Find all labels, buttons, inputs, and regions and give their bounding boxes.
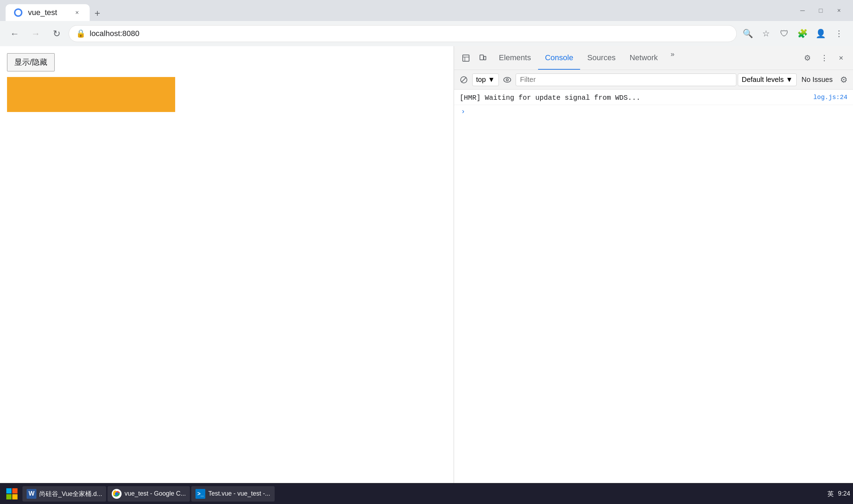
devtools-settings-button[interactable]: ⚙ bbox=[800, 50, 815, 66]
page-content: 显示/隐藏 bbox=[0, 46, 454, 504]
no-issues-badge: No Issues bbox=[798, 76, 836, 84]
account-button[interactable]: 👤 bbox=[812, 25, 829, 42]
svg-rect-8 bbox=[12, 488, 18, 493]
orange-box bbox=[7, 77, 175, 112]
address-text: localhost:8080 bbox=[90, 29, 729, 38]
context-selector[interactable]: top ▼ bbox=[472, 74, 499, 86]
svg-rect-7 bbox=[6, 488, 12, 493]
forward-button[interactable]: → bbox=[27, 24, 45, 43]
more-options-button[interactable]: ⋮ bbox=[831, 25, 847, 42]
context-selector-label: top bbox=[476, 76, 486, 84]
close-button[interactable]: × bbox=[831, 4, 847, 17]
svg-point-5 bbox=[504, 77, 511, 82]
taskbar-item-chrome[interactable]: vue_test - Google C... bbox=[108, 486, 190, 502]
vscode-icon: >_ bbox=[195, 489, 205, 499]
search-button[interactable]: 🔍 bbox=[740, 25, 756, 42]
console-settings-button[interactable]: ⚙ bbox=[838, 74, 850, 86]
more-tabs-button[interactable]: » bbox=[665, 46, 680, 62]
svg-rect-2 bbox=[484, 56, 486, 60]
devtools-toolbar: Elements Console Sources Network » ⚙ ⋮ bbox=[454, 46, 853, 70]
navigation-bar: ← → ↻ 🔒 localhost:8080 🔍 ☆ 🛡 🧩 👤 ⋮ bbox=[0, 21, 853, 46]
svg-rect-1 bbox=[480, 55, 483, 60]
svg-rect-0 bbox=[463, 55, 469, 61]
new-tab-button[interactable]: + bbox=[90, 6, 105, 21]
console-message: [HMR] Waiting for update signal from WDS… bbox=[460, 94, 809, 102]
tab-elements[interactable]: Elements bbox=[492, 46, 538, 70]
tab-area: vue_test × + bbox=[6, 0, 791, 21]
maximize-button[interactable]: □ bbox=[812, 4, 829, 17]
devtools-panel: Elements Console Sources Network » ⚙ ⋮ bbox=[454, 46, 853, 504]
devtools-actions: ⚙ ⋮ × bbox=[800, 50, 849, 66]
eye-filter-button[interactable] bbox=[500, 73, 514, 87]
shield-button[interactable]: 🛡 bbox=[776, 25, 793, 42]
tab-close-button[interactable]: × bbox=[73, 8, 81, 17]
console-expand-arrow[interactable]: › bbox=[460, 107, 467, 115]
bookmark-button[interactable]: ☆ bbox=[758, 25, 775, 42]
main-area: 显示/隐藏 bbox=[0, 46, 853, 504]
vscode-taskbar-label: Test.vue - vue_test -... bbox=[208, 490, 270, 497]
title-bar: vue_test × + ─ □ × bbox=[0, 0, 853, 21]
svg-rect-9 bbox=[6, 494, 12, 499]
tab-sources[interactable]: Sources bbox=[580, 46, 622, 70]
show-hide-button[interactable]: 显示/隐藏 bbox=[7, 53, 55, 71]
minimize-button[interactable]: ─ bbox=[794, 4, 811, 17]
log-levels-selector[interactable]: Default levels ▼ bbox=[738, 74, 797, 86]
levels-label: Default levels bbox=[742, 76, 784, 84]
address-bar[interactable]: 🔒 localhost:8080 bbox=[69, 25, 737, 42]
browser-window: vue_test × + ─ □ × ← → ↻ 🔒 localhost:808… bbox=[0, 0, 853, 504]
tab-favicon-inner bbox=[15, 10, 21, 15]
tab-network[interactable]: Network bbox=[622, 46, 665, 70]
svg-point-6 bbox=[506, 79, 508, 81]
taskbar: W 尚硅谷_Vue全家桶.d... vue_test - Google C...… bbox=[0, 483, 853, 504]
taskbar-right: 英 9:24 bbox=[827, 490, 850, 498]
chrome-taskbar-label: vue_test - Google C... bbox=[124, 490, 186, 497]
word-icon: W bbox=[27, 489, 36, 499]
levels-arrow: ▼ bbox=[786, 76, 793, 84]
no-issues-label: No Issues bbox=[802, 76, 833, 84]
nav-actions: 🔍 ☆ 🛡 🧩 👤 ⋮ bbox=[740, 25, 847, 42]
console-toolbar: top ▼ Default levels ▼ No Issues bbox=[454, 70, 853, 90]
devtools-tabs: Elements Console Sources Network » bbox=[492, 46, 798, 70]
console-input-row: › bbox=[454, 105, 853, 118]
svg-rect-10 bbox=[12, 494, 18, 499]
device-toggle-button[interactable] bbox=[475, 50, 490, 66]
address-lock-icon: 🔒 bbox=[76, 29, 85, 38]
chrome-icon bbox=[112, 489, 122, 499]
word-taskbar-label: 尚硅谷_Vue全家桶.d... bbox=[39, 490, 102, 498]
devtools-more-button[interactable]: ⋮ bbox=[817, 50, 832, 66]
back-button[interactable]: ← bbox=[6, 24, 24, 43]
window-controls: ─ □ × bbox=[794, 4, 847, 17]
devtools-close-button[interactable]: × bbox=[833, 50, 849, 66]
taskbar-language: 英 bbox=[827, 490, 834, 498]
start-button[interactable] bbox=[3, 485, 21, 503]
tab-title: vue_test bbox=[28, 8, 57, 17]
inspect-element-button[interactable] bbox=[458, 50, 474, 66]
console-output: [HMR] Waiting for update signal from WDS… bbox=[454, 90, 853, 504]
reload-button[interactable]: ↻ bbox=[48, 24, 66, 43]
clear-console-button[interactable] bbox=[457, 73, 471, 87]
extensions-button[interactable]: 🧩 bbox=[794, 25, 811, 42]
tab-favicon bbox=[14, 8, 22, 17]
filter-input[interactable] bbox=[516, 74, 737, 86]
taskbar-clock: 9:24 bbox=[838, 490, 850, 497]
console-source-link[interactable]: log.js:24 bbox=[813, 94, 847, 101]
taskbar-item-word[interactable]: W 尚硅谷_Vue全家桶.d... bbox=[22, 486, 106, 502]
taskbar-item-vscode[interactable]: >_ Test.vue - vue_test -... bbox=[191, 486, 274, 502]
context-selector-arrow: ▼ bbox=[488, 76, 495, 84]
console-log-line: [HMR] Waiting for update signal from WDS… bbox=[454, 92, 853, 105]
tab-console[interactable]: Console bbox=[538, 46, 580, 70]
svg-line-4 bbox=[461, 77, 466, 82]
active-tab[interactable]: vue_test × bbox=[6, 4, 90, 21]
